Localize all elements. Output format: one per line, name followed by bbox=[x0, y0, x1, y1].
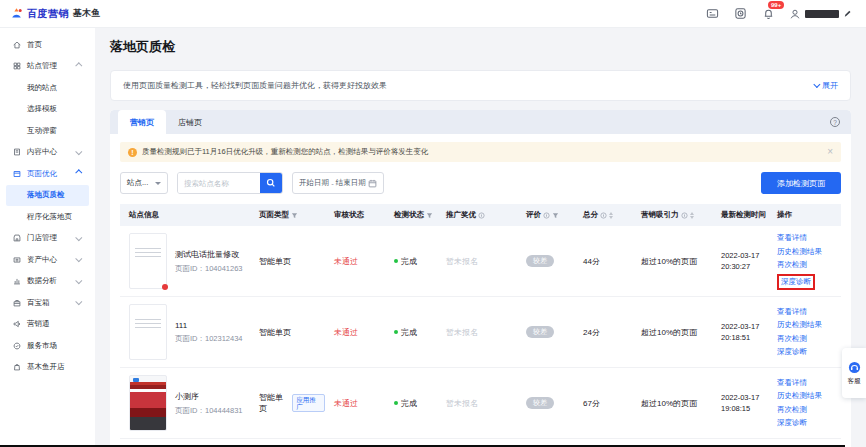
action-link-历史检测结果[interactable]: 历史检测结果 bbox=[777, 246, 822, 259]
sidebar-item-基木鱼开店[interactable]: 基木鱼开店 bbox=[0, 357, 95, 379]
history-icon[interactable] bbox=[733, 6, 748, 21]
sidebar-item-label: 百宝箱 bbox=[27, 298, 50, 308]
action-link-再次检测[interactable]: 再次检测 bbox=[777, 404, 807, 417]
sidebar-item-资产中心[interactable]: 资产中心 bbox=[0, 249, 95, 271]
sidebar-item-内容中心[interactable]: 内容中心 bbox=[0, 142, 95, 164]
info-icon[interactable] bbox=[600, 212, 607, 219]
sidebar-item-label: 我的站点 bbox=[27, 83, 57, 93]
action-link-历史检测结果[interactable]: 历史检测结果 bbox=[777, 390, 822, 403]
sidebar-item-首页[interactable]: 首页 bbox=[0, 34, 95, 56]
action-link-再次检测[interactable]: 再次检测 bbox=[777, 333, 807, 346]
app-logo: 百度营销 基木鱼 bbox=[0, 7, 100, 21]
close-icon[interactable]: × bbox=[827, 147, 833, 157]
cell-rating: 较差 bbox=[517, 255, 574, 267]
action-link-查看详情[interactable]: 查看详情 bbox=[777, 377, 807, 390]
unread-dot-icon bbox=[162, 284, 168, 290]
column-header-最新检测时间: 最新检测时间 bbox=[712, 210, 768, 220]
chevron-down-icon bbox=[813, 82, 819, 88]
calendar-icon bbox=[368, 179, 377, 188]
cell-page-type: 智能单页 bbox=[250, 327, 325, 338]
sidebar-item-互动弹窗[interactable]: 互动弹窗 bbox=[0, 120, 95, 142]
table-body: 测试电话批量修改页面ID：104041263智能单页未通过完成暂未报名较差44分… bbox=[120, 226, 841, 439]
optimize-icon bbox=[12, 169, 22, 179]
action-link-查看详情[interactable]: 查看详情 bbox=[777, 232, 807, 245]
cell-site-info: 111页面ID：102312434 bbox=[120, 304, 250, 360]
audit-status-value: 未通过 bbox=[334, 398, 358, 409]
column-header-label: 评价 bbox=[526, 210, 541, 220]
info-icon[interactable] bbox=[681, 212, 688, 219]
sidebar-item-百宝箱[interactable]: 百宝箱 bbox=[0, 292, 95, 314]
sidebar-item-服务市场[interactable]: 服务市场 bbox=[0, 335, 95, 357]
tab-marketing-page[interactable]: 营销页 bbox=[118, 110, 166, 134]
sidebar-item-门店管理[interactable]: 门店管理 bbox=[0, 228, 95, 250]
edit-pencil-icon[interactable] bbox=[843, 9, 852, 18]
sidebar-item-站点管理[interactable]: 站点管理 bbox=[0, 56, 95, 78]
idcard-icon[interactable] bbox=[705, 6, 720, 21]
action-link-历史检测结果[interactable]: 历史检测结果 bbox=[777, 319, 822, 332]
filter-icon[interactable] bbox=[426, 212, 433, 219]
column-header-label: 最新检测时间 bbox=[721, 210, 766, 220]
bell-icon[interactable]: 99+ bbox=[761, 6, 776, 21]
action-link-再次检测[interactable]: 再次检测 bbox=[777, 259, 807, 272]
help-icon[interactable]: ? bbox=[830, 117, 840, 127]
date-range-picker[interactable]: 开始日期 - 结束日期 bbox=[292, 172, 384, 194]
action-link-深度诊断[interactable]: 深度诊断 bbox=[781, 277, 811, 286]
action-link-查看详情[interactable]: 查看详情 bbox=[777, 306, 807, 319]
site-dropdown[interactable]: 站点... bbox=[120, 172, 168, 194]
cell-audit-status: 未通过 bbox=[325, 398, 385, 409]
table-header-row: 站点信息页面类型审核状态检测状态推广奖优评价总分营销吸引力最新检测时间操作 bbox=[120, 204, 841, 226]
sidebar-item-落地页质检[interactable]: 落地页质检 bbox=[6, 185, 89, 207]
cell-page-type: 智能单页应用推广 bbox=[250, 392, 325, 414]
page-thumbnail[interactable] bbox=[129, 375, 167, 431]
sort-icon[interactable] bbox=[690, 212, 694, 219]
info-icon[interactable] bbox=[478, 212, 485, 219]
detect-clock: 19:08:15 bbox=[721, 404, 750, 413]
sidebar-item-label: 站点管理 bbox=[27, 61, 57, 71]
column-header-label: 检测状态 bbox=[394, 210, 424, 220]
sidebar-item-数据分析[interactable]: 数据分析 bbox=[0, 271, 95, 293]
column-header-营销吸引力: 营销吸引力 bbox=[632, 210, 712, 220]
filter-toolbar: 站点... 开始日期 - 结束日期 添加检测页面 bbox=[120, 172, 841, 194]
cell-site-info: 小测序页面ID：104444831 bbox=[120, 375, 250, 431]
dropdown-caret-icon bbox=[155, 182, 161, 185]
sidebar-item-label: 数据分析 bbox=[27, 276, 57, 286]
filter-icon[interactable] bbox=[291, 212, 298, 219]
action-link-深度诊断[interactable]: 深度诊断 bbox=[777, 417, 807, 430]
info-icon[interactable] bbox=[543, 212, 550, 219]
customer-service-widget[interactable]: 客服 bbox=[842, 348, 866, 398]
sidebar-item-选择模板[interactable]: 选择模板 bbox=[0, 99, 95, 121]
detect-date: 2022-03-17 bbox=[721, 393, 759, 402]
annotation-red-box: 深度诊断 bbox=[777, 274, 815, 291]
sidebar-item-营销通[interactable]: 营销通 bbox=[0, 314, 95, 336]
tab-store-page[interactable]: 店铺页 bbox=[166, 110, 214, 134]
detect-status-value: 完成 bbox=[401, 256, 417, 267]
column-header-label: 营销吸引力 bbox=[641, 210, 679, 220]
filter-icon[interactable] bbox=[552, 212, 559, 219]
search-button[interactable] bbox=[260, 173, 282, 193]
add-detect-page-button[interactable]: 添加检测页面 bbox=[761, 172, 841, 194]
tab-bar: 营销页 店铺页 ? bbox=[110, 110, 851, 134]
sort-icon[interactable] bbox=[609, 212, 613, 219]
search-input[interactable] bbox=[178, 173, 260, 193]
action-link-深度诊断[interactable]: 深度诊断 bbox=[777, 346, 807, 359]
chevron-down-icon bbox=[75, 277, 82, 284]
sidebar-item-程序化落地页[interactable]: 程序化落地页 bbox=[0, 206, 95, 228]
site-name: 小测序 bbox=[175, 391, 243, 402]
page-thumbnail[interactable] bbox=[129, 304, 167, 360]
column-header-站点信息: 站点信息 bbox=[120, 210, 250, 220]
page-thumbnail[interactable] bbox=[129, 233, 167, 289]
site-search bbox=[177, 172, 283, 194]
sidebar-item-页面优化[interactable]: 页面优化 bbox=[0, 163, 95, 185]
sidebar-item-我的站点[interactable]: 我的站点 bbox=[0, 77, 95, 99]
column-header-label: 推广奖优 bbox=[446, 210, 476, 220]
sidebar-item-label: 互动弹窗 bbox=[27, 126, 57, 136]
data-icon bbox=[12, 276, 22, 286]
expand-link[interactable]: 展开 bbox=[815, 80, 839, 91]
pages-table: 站点信息页面类型审核状态检测状态推广奖优评价总分营销吸引力最新检测时间操作 测试… bbox=[120, 204, 841, 439]
cell-attraction: 超过10%的页面 bbox=[632, 256, 712, 267]
notification-badge: 99+ bbox=[768, 1, 784, 9]
column-header-总分: 总分 bbox=[574, 210, 632, 220]
user-account[interactable] bbox=[789, 8, 852, 20]
attraction-value: 超过10%的页面 bbox=[641, 398, 697, 409]
site-name: 111 bbox=[175, 321, 243, 330]
